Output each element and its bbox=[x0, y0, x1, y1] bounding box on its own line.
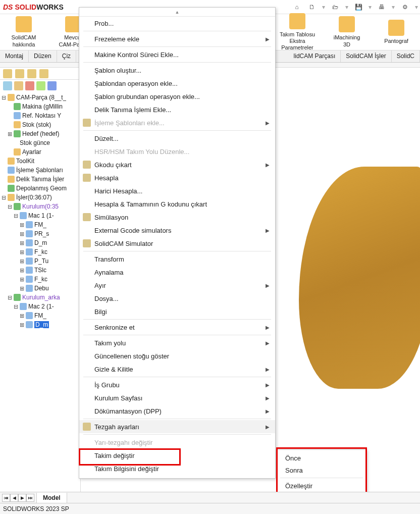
open-file-icon[interactable]: 🗁 bbox=[330, 2, 340, 12]
toolbar-icon[interactable] bbox=[3, 69, 12, 78]
expand-collapse-icon[interactable]: ⊞ bbox=[19, 322, 25, 328]
tree-item[interactable]: Makina (gMillin bbox=[1, 102, 79, 111]
tab-model[interactable]: Model bbox=[36, 493, 67, 503]
tree-item[interactable]: ⊟Kurulum(0:35 bbox=[1, 202, 79, 211]
menu-item[interactable]: Makine Kontrol Süreci Ekle... bbox=[79, 48, 275, 61]
ribbon-button[interactable]: SolidCAM hakkında bbox=[5, 16, 42, 47]
expand-collapse-icon[interactable]: ⊟ bbox=[1, 94, 7, 101]
nav-last-icon[interactable]: ⏭ bbox=[26, 494, 34, 502]
expand-collapse-icon[interactable]: ⊞ bbox=[19, 249, 25, 255]
tab[interactable]: Montaj bbox=[0, 50, 29, 62]
tree-item[interactable]: ⊞P_Tu bbox=[1, 256, 79, 266]
tree-item[interactable]: ⊞TSlc bbox=[1, 266, 79, 275]
toolbar-icon[interactable] bbox=[36, 81, 45, 90]
tree-item[interactable]: ⊟İşler(0:36:07) bbox=[1, 193, 79, 202]
expand-collapse-icon[interactable]: ⊞ bbox=[19, 231, 25, 237]
menu-item[interactable]: Takım Bilgisini değiştir bbox=[79, 462, 275, 475]
tree-item[interactable]: ⊟CAM-Parça (8__t_ bbox=[1, 93, 79, 102]
menu-item[interactable]: Şablon oluştur... bbox=[79, 64, 275, 77]
submenu-item[interactable]: Önce bbox=[277, 452, 366, 464]
tree-item[interactable]: ToolKit bbox=[1, 157, 79, 166]
new-file-icon[interactable]: 🗋 bbox=[307, 2, 317, 12]
nav-prev-icon[interactable]: ◀ bbox=[10, 494, 18, 502]
menu-item[interactable]: Takim değiştir bbox=[79, 449, 275, 462]
expand-collapse-icon[interactable]: ⊟ bbox=[13, 303, 19, 310]
menu-item[interactable]: Bilgi bbox=[79, 305, 275, 318]
expand-collapse-icon[interactable]: ⊞ bbox=[19, 267, 25, 274]
viewport-3d[interactable] bbox=[275, 76, 420, 502]
tab[interactable]: Düzen bbox=[29, 50, 57, 62]
settings-icon[interactable]: ⚙ bbox=[400, 2, 410, 12]
menu-item[interactable]: Düzelt... bbox=[79, 132, 275, 145]
tree-item[interactable]: Depolanmış Geom bbox=[1, 184, 79, 193]
nav-first-icon[interactable]: ⏮ bbox=[2, 494, 10, 502]
tree-item[interactable]: Ref. Noktası Y bbox=[1, 111, 79, 120]
tree-item[interactable]: İşleme Şablonları bbox=[1, 166, 79, 175]
tab[interactable]: SolidC bbox=[392, 50, 420, 62]
tree-item[interactable]: Ayarlar bbox=[1, 147, 79, 157]
tree-item[interactable]: ⊞Hedef (hedef) bbox=[1, 129, 79, 138]
menu-item[interactable]: Harici Hesapla... bbox=[79, 184, 275, 197]
menu-item[interactable]: Prob... bbox=[79, 17, 275, 30]
menu-item[interactable]: Şablondan operasyon ekle... bbox=[79, 77, 275, 90]
save-icon[interactable]: 💾 bbox=[353, 2, 363, 12]
nav-next-icon[interactable]: ▶ bbox=[18, 494, 26, 502]
toolbar-icon[interactable] bbox=[25, 81, 34, 90]
tree-item[interactable]: ⊞Debu bbox=[1, 284, 79, 293]
menu-item[interactable]: Dosya... bbox=[79, 292, 275, 305]
menu-item[interactable]: Tezgah ayarları▶ bbox=[79, 420, 275, 433]
tree-item[interactable]: ⊟Mac 1 (1- bbox=[1, 211, 79, 220]
toolbar-icon[interactable] bbox=[15, 69, 24, 78]
expand-collapse-icon[interactable]: ⊞ bbox=[19, 258, 25, 265]
menu-item[interactable]: Şablon grubundan operasyon ekle... bbox=[79, 90, 275, 103]
menu-item[interactable]: Gizle & Kilitle▶ bbox=[79, 363, 275, 376]
tree-item[interactable]: ⊞D_m bbox=[1, 320, 79, 329]
menu-item[interactable]: External Gcode simulators▶ bbox=[79, 224, 275, 237]
tree-item[interactable]: ⊞FM_ bbox=[1, 220, 79, 229]
tree-item[interactable]: ⊞D_m bbox=[1, 238, 79, 247]
menu-item[interactable]: Hesapla & Tamamının G kodunu çıkart bbox=[79, 197, 275, 211]
feature-tree[interactable]: ⊟CAM-Parça (8__t_Makina (gMillinRef. Nok… bbox=[0, 91, 81, 502]
menu-item[interactable]: Güncellenen stoğu göster bbox=[79, 349, 275, 363]
expand-collapse-icon[interactable]: ⊟ bbox=[7, 294, 13, 301]
submenu-item[interactable]: Sonra bbox=[277, 464, 366, 476]
expand-collapse-icon[interactable]: ⊞ bbox=[19, 313, 25, 319]
tree-item[interactable]: Delik Tanıma İşler bbox=[1, 175, 79, 184]
toolbar-icon[interactable] bbox=[47, 81, 57, 90]
menu-item[interactable]: Delik Tanıma İşlemi Ekle... bbox=[79, 103, 275, 116]
tree-item[interactable]: ⊞FM_ bbox=[1, 311, 79, 320]
menu-item[interactable]: Senkronize et▶ bbox=[79, 321, 275, 334]
menu-item[interactable]: Transform bbox=[79, 252, 275, 266]
expand-collapse-icon[interactable]: ⊞ bbox=[19, 276, 25, 283]
toolbar-icon[interactable] bbox=[3, 81, 12, 90]
expand-collapse-icon[interactable]: ⊞ bbox=[19, 285, 25, 292]
context-menu-scroll-up[interactable]: ▲ bbox=[79, 8, 275, 17]
menu-item[interactable]: İş Grubu▶ bbox=[79, 378, 275, 391]
tree-item[interactable]: ⊟Kurulum_arka bbox=[1, 293, 79, 302]
house-icon[interactable]: ⌂ bbox=[292, 2, 302, 12]
ribbon-button[interactable]: Pantograf bbox=[378, 13, 415, 52]
tree-item[interactable]: Stok günce bbox=[1, 138, 79, 147]
menu-item[interactable]: Aynalama bbox=[79, 266, 275, 279]
menu-item[interactable]: SolidCAM Simulator bbox=[79, 237, 275, 250]
menu-item[interactable]: Kurulum Sayfası▶ bbox=[79, 391, 275, 404]
expand-collapse-icon[interactable]: ⊞ bbox=[19, 240, 25, 246]
tree-item[interactable]: ⊞PR_s bbox=[1, 229, 79, 238]
context-menu[interactable]: ▲ Prob...Frezeleme ekle▶Makine Kontrol S… bbox=[79, 7, 276, 479]
expand-collapse-icon[interactable]: ⊞ bbox=[7, 131, 13, 137]
menu-item[interactable]: Gkodu çıkart▶ bbox=[79, 158, 275, 171]
expand-collapse-icon[interactable]: ⊞ bbox=[19, 222, 25, 228]
menu-item[interactable]: Simülasyon bbox=[79, 211, 275, 224]
toolbar-icon[interactable] bbox=[27, 69, 36, 78]
tab[interactable]: SolidCAM İşler bbox=[341, 50, 391, 62]
tree-item[interactable]: ⊞F_kc bbox=[1, 275, 79, 284]
menu-item[interactable]: Ayır▶ bbox=[79, 279, 275, 292]
menu-item[interactable]: Frezeleme ekle▶ bbox=[79, 32, 275, 45]
expand-collapse-icon[interactable]: ⊟ bbox=[7, 203, 13, 210]
toolbar-icon[interactable] bbox=[39, 69, 48, 78]
menu-item[interactable]: Dökümantasyon (DPP)▶ bbox=[79, 404, 275, 418]
expand-collapse-icon[interactable]: ⊟ bbox=[13, 213, 19, 219]
expand-collapse-icon[interactable]: ⊟ bbox=[1, 194, 7, 201]
toolbar-icon[interactable] bbox=[14, 81, 23, 90]
tree-item[interactable]: ⊞F_kc bbox=[1, 247, 79, 256]
